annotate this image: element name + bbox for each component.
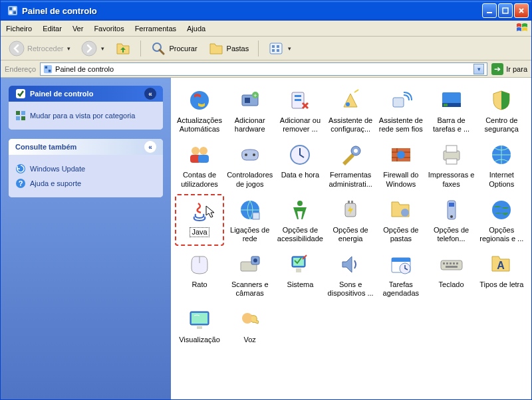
cp-item-admin-tools[interactable]: Ferramentas administrati... <box>326 139 375 191</box>
folders-button[interactable]: Pastas <box>204 39 253 58</box>
views-icon <box>268 41 284 56</box>
control-panel-icon <box>7 5 18 16</box>
cp-item-speech[interactable]: Voz <box>225 304 275 347</box>
svg-rect-10 <box>270 43 282 54</box>
window: Painel de controlo Ficheiro Editar Ver F… <box>0 0 532 400</box>
svg-rect-77 <box>450 262 452 264</box>
go-label: Ir para <box>506 65 527 73</box>
cp-item-network-connections[interactable]: Ligações de rede <box>225 194 275 246</box>
cp-item-wireless-wizard[interactable]: Assistente de rede sem fios <box>376 84 426 136</box>
cp-item-label: Tarefas agendadas <box>378 280 424 298</box>
svg-rect-20 <box>21 111 25 115</box>
folders-label: Pastas <box>227 45 249 52</box>
config-wizard-icon <box>337 87 364 114</box>
cp-item-fonts[interactable]: ATipos de letra <box>477 249 526 300</box>
svg-rect-6 <box>503 8 508 13</box>
cp-item-keyboard[interactable]: Teclado <box>427 249 476 300</box>
cp-item-regional[interactable]: Opções regionais e ... <box>477 194 526 246</box>
maximize-button[interactable] <box>498 3 513 18</box>
svg-rect-28 <box>245 98 250 103</box>
menu-edit[interactable]: Editar <box>37 23 67 35</box>
cp-item-add-remove[interactable]: Adicionar ou remover ... <box>275 84 325 136</box>
search-icon <box>150 41 166 56</box>
cp-item-power-options[interactable]: Opções de energia <box>326 194 375 246</box>
link-label: Ajuda e suporte <box>30 179 81 187</box>
cp-item-auto-updates[interactable]: Actualizações Automáticas <box>175 84 224 136</box>
svg-rect-17 <box>49 69 51 72</box>
menu-help[interactable]: Ajuda <box>182 23 211 35</box>
cp-item-firewall[interactable]: Firewall do Windows <box>376 139 426 191</box>
address-bar: Endereço Painel de controlo ▾ ➔ Ir para <box>1 60 531 78</box>
menu-tools[interactable]: Ferramentas <box>130 23 182 35</box>
address-input[interactable]: Painel de controlo ▾ <box>40 62 487 76</box>
firewall-icon <box>388 142 414 168</box>
menu-favorites[interactable]: Favoritos <box>88 23 129 35</box>
menu-view[interactable]: Ver <box>67 23 89 35</box>
cp-item-scheduled-tasks[interactable]: Tarefas agendadas <box>376 249 426 300</box>
back-button[interactable]: Retroceder ▾ <box>5 39 74 58</box>
cp-item-printers-faxes[interactable]: Impressoras e faxes <box>427 139 476 191</box>
link-switch-view[interactable]: Mudar para a vista por categoria <box>15 108 156 123</box>
cp-item-internet-options[interactable]: Internet Options <box>477 139 526 191</box>
cp-item-label: Scanners e câmaras <box>227 280 273 298</box>
cp-item-accessibility[interactable]: Opções de acessibilidade <box>275 194 325 246</box>
svg-rect-11 <box>272 45 275 48</box>
cp-item-mouse[interactable]: Rato <box>175 249 224 300</box>
close-button[interactable] <box>514 3 529 18</box>
cp-item-label: Adicionar hardware <box>227 116 273 134</box>
sidebar-panel-main: Painel de controlo « Mudar para a vista … <box>9 86 163 130</box>
svg-rect-72 <box>392 258 410 262</box>
cp-item-label: Impressoras e faxes <box>428 171 475 188</box>
cp-item-java[interactable]: Java <box>175 194 224 246</box>
cp-item-date-time[interactable]: Data e hora <box>275 139 325 191</box>
address-label: Endereço <box>5 65 36 73</box>
menu-file[interactable]: Ficheiro <box>1 23 37 35</box>
cp-item-label: Firewall do Windows <box>378 171 424 188</box>
panel-header-main[interactable]: Painel de controlo « <box>9 86 163 102</box>
link-windows-update[interactable]: Windows Update <box>15 161 156 176</box>
cp-item-label: Centro de segurança <box>478 116 525 134</box>
phone-modem-icon <box>438 197 465 223</box>
minimize-button[interactable] <box>482 3 497 18</box>
svg-text:?: ? <box>19 179 23 187</box>
svg-rect-35 <box>393 98 404 107</box>
folders-icon <box>208 41 224 56</box>
cp-item-game-controllers[interactable]: Controladores de jogos <box>225 139 275 191</box>
java-icon <box>186 198 213 225</box>
cp-item-folder-options[interactable]: Opções de pastas <box>376 194 426 246</box>
address-dropdown-button[interactable]: ▾ <box>473 64 484 74</box>
cp-item-add-hardware[interactable]: +Adicionar hardware <box>225 84 275 136</box>
forward-button[interactable]: ▾ <box>77 39 108 58</box>
up-button[interactable] <box>111 39 135 58</box>
svg-rect-83 <box>192 313 207 324</box>
cp-item-scanners[interactable]: Scanners e câmaras <box>225 249 275 300</box>
titlebar: Painel de controlo <box>1 1 531 21</box>
cp-item-taskbar[interactable]: Barra de tarefas e ... <box>427 84 476 136</box>
link-help-support[interactable]: ? Ajuda e suporte <box>15 176 156 191</box>
go-button[interactable]: ➔ Ir para <box>491 63 527 75</box>
panel-body-main: Mudar para a vista por categoria <box>9 102 163 130</box>
search-button[interactable]: Procurar <box>146 39 201 58</box>
window-title: Painel de controlo <box>22 6 481 16</box>
views-button[interactable]: ▾ <box>264 39 295 58</box>
panel-header-seealso[interactable]: Consulte também « <box>9 139 163 155</box>
cp-item-system[interactable]: Sistema <box>275 249 325 300</box>
svg-rect-14 <box>277 49 279 52</box>
svg-rect-38 <box>444 104 448 106</box>
cp-item-display[interactable]: Visualização <box>175 304 224 347</box>
cp-item-sounds[interactable]: Sons e dispositivos ... <box>326 249 375 300</box>
cp-item-security-center[interactable]: Centro de segurança <box>477 84 526 136</box>
cp-item-label: Ligações de rede <box>227 226 273 243</box>
cp-item-label: Sistema <box>287 280 314 289</box>
cp-item-config-wizard[interactable]: Assistente de configuraç... <box>326 84 375 136</box>
svg-point-56 <box>297 201 303 206</box>
cp-item-user-accounts[interactable]: Contas de utilizadores <box>175 139 224 191</box>
svg-rect-75 <box>443 262 445 264</box>
svg-rect-84 <box>197 326 202 329</box>
cp-item-label: Sons e dispositivos ... <box>327 280 374 298</box>
windows-logo-icon <box>515 22 529 34</box>
regional-icon <box>488 197 515 223</box>
game-controllers-icon <box>237 142 263 168</box>
cp-item-phone-modem[interactable]: Opções de telefon... <box>427 194 476 246</box>
folder-options-icon <box>388 197 414 223</box>
